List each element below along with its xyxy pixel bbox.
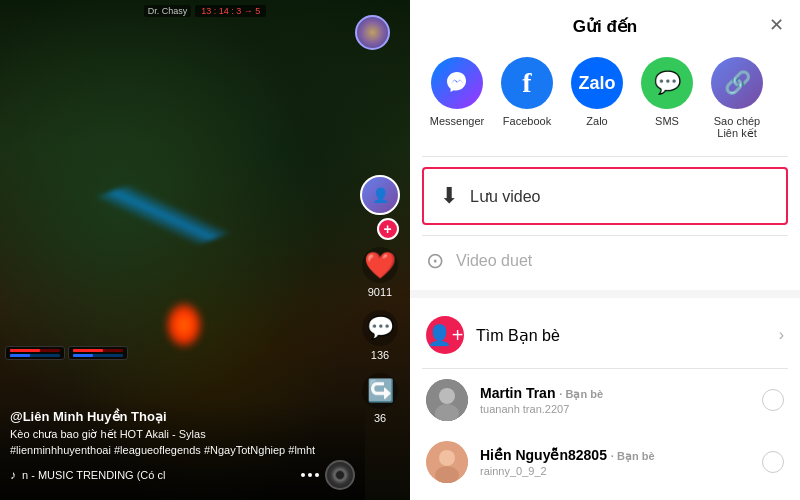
comment-count: 136 [371,349,389,361]
video-background: Dr. Chasy 13 : 14 : 3 → 5 👤 + [0,0,410,500]
share-count: 36 [374,412,386,424]
fire-effect [164,300,204,350]
divider-3 [410,290,800,298]
video-tags: #lienminhhuyenthoai #leagueoflegends #Ng… [10,444,355,456]
action-buttons: 👤 + ❤️ 9011 💬 136 ↪️ 36 [360,175,400,424]
facebook-label: Facebook [503,115,551,127]
share-app-zalo[interactable]: Zalo Zalo [562,57,632,140]
zalo-icon: Zalo [571,57,623,109]
health-bar-2 [73,349,123,352]
friend-item-martin[interactable]: Martin Tran · Bạn bè tuananh tran.2207 [410,369,800,431]
share-icon: ↪️ [362,373,398,409]
svg-point-1 [439,388,455,404]
friend-info-martin: Martin Tran · Bạn bè tuananh tran.2207 [480,385,603,415]
music-note-icon: ♪ [10,468,16,482]
friend-item-dai[interactable]: Lê Đại Huy · Bạn bè huymiaoo [410,493,800,500]
friend-avatar-hien [426,441,468,483]
creator-follow[interactable]: 👤 + [360,175,400,235]
comment-icon: 💬 [362,310,398,346]
save-video-button[interactable]: ⬇ Lưu video [422,167,788,225]
like-count: 9011 [368,286,392,298]
messenger-label: Messenger [430,115,484,127]
video-info: @Liên Minh Huyền Thoại Kèo chưa bao giờ … [0,401,365,500]
duet-icon: ⊙ [426,248,444,274]
share-app-facebook[interactable]: f Facebook [492,57,562,140]
facebook-icon: f [501,57,553,109]
friend-username-martin: tuananh tran.2207 [480,403,603,415]
mana-bar-2 [73,354,123,357]
video-title: Kèo chưa bao giờ hết HOT Akali - Sylas [10,427,355,442]
modal-header: Gửi đến ✕ [410,0,800,49]
share-app-copy-link[interactable]: 🔗 Sao chép Liên kết [702,57,772,140]
follow-plus-icon: + [377,218,399,240]
player-name: Dr. Chasy [144,5,192,17]
friend-toggle-hien[interactable] [762,451,784,473]
friend-item-hien[interactable]: Hiền Nguyễn82805 · Bạn bè rainny_0_9_2 [410,431,800,493]
share-button[interactable]: ↪️ 36 [362,373,398,424]
add-person-icon: 👤+ [426,316,464,354]
share-app-sms[interactable]: 💬 SMS [632,57,702,140]
friend-info-hien: Hiền Nguyễn82805 · Bạn bè rainny_0_9_2 [480,447,655,477]
find-friends-label: Tìm Bạn bè [476,326,560,345]
avatar: 👤 [360,175,400,215]
like-button[interactable]: ❤️ 9011 [362,247,398,298]
share-apps-row: Messenger f Facebook Zalo Zalo 💬 SMS 🔗 S… [410,49,800,156]
friend-name-hien: Hiền Nguyễn82805 · Bạn bè [480,447,655,463]
health-bar [10,349,60,352]
mana-bar [10,354,60,357]
close-button[interactable]: ✕ [769,14,784,36]
friend-left: Martin Tran · Bạn bè tuananh tran.2207 [426,379,603,421]
download-icon: ⬇ [440,183,458,209]
friend-left-hien: Hiền Nguyễn82805 · Bạn bè rainny_0_9_2 [426,441,655,483]
messenger-icon [431,57,483,109]
zalo-label: Zalo [586,115,607,127]
lightning-effect [92,157,232,273]
game-hud-top: Dr. Chasy 13 : 14 : 3 → 5 [0,5,410,17]
sms-label: SMS [655,115,679,127]
video-panel: Dr. Chasy 13 : 14 : 3 → 5 👤 + [0,0,410,500]
stat-box-2 [68,346,128,360]
stat-box-1 [5,346,65,360]
find-friends-button[interactable]: 👤+ Tìm Bạn bè › [410,302,800,368]
character-portrait [355,15,390,50]
divider-1 [422,156,788,157]
music-disc-inner [335,470,345,480]
friend-name-martin: Martin Tran · Bạn bè [480,385,603,401]
heart-icon: ❤️ [362,247,398,283]
music-bar: ♪ n - MUSIC TRENDING (Có cl [10,460,355,490]
friend-username-hien: rainny_0_9_2 [480,465,655,477]
copy-link-label: Sao chép Liên kết [714,115,760,140]
copy-link-icon: 🔗 [711,57,763,109]
chevron-right-icon: › [779,326,784,344]
stats-bar [5,346,405,360]
share-modal: Gửi đến ✕ Messenger f Facebook Zalo [410,0,800,500]
comment-button[interactable]: 💬 136 [362,310,398,361]
share-app-messenger[interactable]: Messenger [422,57,492,140]
sms-icon: 💬 [641,57,693,109]
video-duet-label: Video duet [456,252,532,270]
music-disc [325,460,355,490]
game-score: 13 : 14 : 3 → 5 [195,5,266,17]
friend-avatar-martin [426,379,468,421]
friend-toggle-martin[interactable] [762,389,784,411]
svg-point-4 [439,450,455,466]
modal-title: Gửi đến [573,16,637,37]
music-text: n - MUSIC TRENDING (Có cl [22,469,165,481]
more-dots-icon [301,473,319,477]
find-friends-left: 👤+ Tìm Bạn bè [426,316,560,354]
save-video-label: Lưu video [470,187,541,206]
creator-name: @Liên Minh Huyền Thoại [10,409,355,424]
video-duet-button[interactable]: ⊙ Video duet [410,236,800,286]
